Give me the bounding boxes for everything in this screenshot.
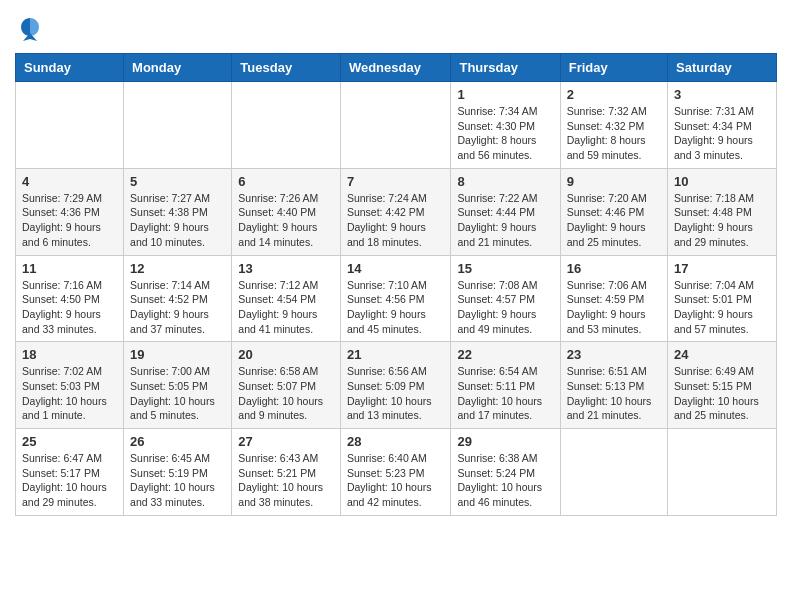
day-number: 20	[238, 347, 334, 362]
day-info: Sunrise: 7:22 AM Sunset: 4:44 PM Dayligh…	[457, 191, 553, 250]
day-info: Sunrise: 7:31 AM Sunset: 4:34 PM Dayligh…	[674, 104, 770, 163]
calendar-cell: 25Sunrise: 6:47 AM Sunset: 5:17 PM Dayli…	[16, 429, 124, 516]
day-number: 17	[674, 261, 770, 276]
calendar-cell	[124, 82, 232, 169]
day-number: 15	[457, 261, 553, 276]
day-info: Sunrise: 6:45 AM Sunset: 5:19 PM Dayligh…	[130, 451, 225, 510]
day-info: Sunrise: 7:10 AM Sunset: 4:56 PM Dayligh…	[347, 278, 445, 337]
calendar-cell: 11Sunrise: 7:16 AM Sunset: 4:50 PM Dayli…	[16, 255, 124, 342]
logo	[15, 15, 48, 45]
calendar-table: SundayMondayTuesdayWednesdayThursdayFrid…	[15, 53, 777, 516]
day-info: Sunrise: 7:14 AM Sunset: 4:52 PM Dayligh…	[130, 278, 225, 337]
day-number: 7	[347, 174, 445, 189]
day-of-week-header: Friday	[560, 54, 667, 82]
calendar-week-row: 18Sunrise: 7:02 AM Sunset: 5:03 PM Dayli…	[16, 342, 777, 429]
calendar-cell: 21Sunrise: 6:56 AM Sunset: 5:09 PM Dayli…	[340, 342, 451, 429]
calendar-cell	[232, 82, 341, 169]
calendar-cell: 13Sunrise: 7:12 AM Sunset: 4:54 PM Dayli…	[232, 255, 341, 342]
day-of-week-header: Monday	[124, 54, 232, 82]
calendar-cell	[340, 82, 451, 169]
page-header	[15, 10, 777, 45]
calendar-cell: 17Sunrise: 7:04 AM Sunset: 5:01 PM Dayli…	[668, 255, 777, 342]
day-number: 28	[347, 434, 445, 449]
day-info: Sunrise: 7:29 AM Sunset: 4:36 PM Dayligh…	[22, 191, 117, 250]
day-info: Sunrise: 6:56 AM Sunset: 5:09 PM Dayligh…	[347, 364, 445, 423]
day-number: 9	[567, 174, 661, 189]
calendar-cell: 2Sunrise: 7:32 AM Sunset: 4:32 PM Daylig…	[560, 82, 667, 169]
day-info: Sunrise: 7:18 AM Sunset: 4:48 PM Dayligh…	[674, 191, 770, 250]
day-number: 11	[22, 261, 117, 276]
day-info: Sunrise: 6:40 AM Sunset: 5:23 PM Dayligh…	[347, 451, 445, 510]
calendar-cell: 20Sunrise: 6:58 AM Sunset: 5:07 PM Dayli…	[232, 342, 341, 429]
day-number: 23	[567, 347, 661, 362]
day-info: Sunrise: 7:26 AM Sunset: 4:40 PM Dayligh…	[238, 191, 334, 250]
logo-icon	[15, 15, 45, 45]
day-info: Sunrise: 7:08 AM Sunset: 4:57 PM Dayligh…	[457, 278, 553, 337]
day-info: Sunrise: 6:47 AM Sunset: 5:17 PM Dayligh…	[22, 451, 117, 510]
day-number: 4	[22, 174, 117, 189]
calendar-week-row: 4Sunrise: 7:29 AM Sunset: 4:36 PM Daylig…	[16, 168, 777, 255]
day-info: Sunrise: 7:00 AM Sunset: 5:05 PM Dayligh…	[130, 364, 225, 423]
day-number: 18	[22, 347, 117, 362]
calendar-cell: 27Sunrise: 6:43 AM Sunset: 5:21 PM Dayli…	[232, 429, 341, 516]
calendar-cell: 3Sunrise: 7:31 AM Sunset: 4:34 PM Daylig…	[668, 82, 777, 169]
calendar-week-row: 11Sunrise: 7:16 AM Sunset: 4:50 PM Dayli…	[16, 255, 777, 342]
day-of-week-header: Wednesday	[340, 54, 451, 82]
day-number: 22	[457, 347, 553, 362]
day-number: 24	[674, 347, 770, 362]
calendar-cell: 16Sunrise: 7:06 AM Sunset: 4:59 PM Dayli…	[560, 255, 667, 342]
day-info: Sunrise: 7:04 AM Sunset: 5:01 PM Dayligh…	[674, 278, 770, 337]
calendar-cell: 29Sunrise: 6:38 AM Sunset: 5:24 PM Dayli…	[451, 429, 560, 516]
day-of-week-header: Tuesday	[232, 54, 341, 82]
calendar-cell: 26Sunrise: 6:45 AM Sunset: 5:19 PM Dayli…	[124, 429, 232, 516]
day-number: 16	[567, 261, 661, 276]
calendar-cell: 19Sunrise: 7:00 AM Sunset: 5:05 PM Dayli…	[124, 342, 232, 429]
day-number: 26	[130, 434, 225, 449]
day-info: Sunrise: 7:12 AM Sunset: 4:54 PM Dayligh…	[238, 278, 334, 337]
day-info: Sunrise: 6:58 AM Sunset: 5:07 PM Dayligh…	[238, 364, 334, 423]
day-of-week-header: Saturday	[668, 54, 777, 82]
day-of-week-header: Sunday	[16, 54, 124, 82]
day-info: Sunrise: 7:34 AM Sunset: 4:30 PM Dayligh…	[457, 104, 553, 163]
calendar-header-row: SundayMondayTuesdayWednesdayThursdayFrid…	[16, 54, 777, 82]
calendar-cell	[668, 429, 777, 516]
calendar-cell: 10Sunrise: 7:18 AM Sunset: 4:48 PM Dayli…	[668, 168, 777, 255]
calendar-cell: 24Sunrise: 6:49 AM Sunset: 5:15 PM Dayli…	[668, 342, 777, 429]
day-info: Sunrise: 6:54 AM Sunset: 5:11 PM Dayligh…	[457, 364, 553, 423]
day-info: Sunrise: 7:02 AM Sunset: 5:03 PM Dayligh…	[22, 364, 117, 423]
day-number: 8	[457, 174, 553, 189]
calendar-cell: 7Sunrise: 7:24 AM Sunset: 4:42 PM Daylig…	[340, 168, 451, 255]
calendar-week-row: 1Sunrise: 7:34 AM Sunset: 4:30 PM Daylig…	[16, 82, 777, 169]
day-info: Sunrise: 7:20 AM Sunset: 4:46 PM Dayligh…	[567, 191, 661, 250]
calendar-cell: 9Sunrise: 7:20 AM Sunset: 4:46 PM Daylig…	[560, 168, 667, 255]
day-number: 3	[674, 87, 770, 102]
calendar-cell: 8Sunrise: 7:22 AM Sunset: 4:44 PM Daylig…	[451, 168, 560, 255]
day-number: 27	[238, 434, 334, 449]
day-number: 13	[238, 261, 334, 276]
day-info: Sunrise: 7:27 AM Sunset: 4:38 PM Dayligh…	[130, 191, 225, 250]
day-info: Sunrise: 7:16 AM Sunset: 4:50 PM Dayligh…	[22, 278, 117, 337]
day-number: 10	[674, 174, 770, 189]
calendar-cell: 23Sunrise: 6:51 AM Sunset: 5:13 PM Dayli…	[560, 342, 667, 429]
day-number: 2	[567, 87, 661, 102]
day-number: 5	[130, 174, 225, 189]
day-info: Sunrise: 6:49 AM Sunset: 5:15 PM Dayligh…	[674, 364, 770, 423]
calendar-cell: 28Sunrise: 6:40 AM Sunset: 5:23 PM Dayli…	[340, 429, 451, 516]
day-number: 19	[130, 347, 225, 362]
day-info: Sunrise: 6:51 AM Sunset: 5:13 PM Dayligh…	[567, 364, 661, 423]
calendar-cell	[560, 429, 667, 516]
calendar-cell	[16, 82, 124, 169]
day-number: 12	[130, 261, 225, 276]
day-info: Sunrise: 6:38 AM Sunset: 5:24 PM Dayligh…	[457, 451, 553, 510]
day-info: Sunrise: 7:24 AM Sunset: 4:42 PM Dayligh…	[347, 191, 445, 250]
day-info: Sunrise: 7:32 AM Sunset: 4:32 PM Dayligh…	[567, 104, 661, 163]
calendar-cell: 5Sunrise: 7:27 AM Sunset: 4:38 PM Daylig…	[124, 168, 232, 255]
day-of-week-header: Thursday	[451, 54, 560, 82]
calendar-week-row: 25Sunrise: 6:47 AM Sunset: 5:17 PM Dayli…	[16, 429, 777, 516]
calendar-cell: 12Sunrise: 7:14 AM Sunset: 4:52 PM Dayli…	[124, 255, 232, 342]
day-number: 1	[457, 87, 553, 102]
day-info: Sunrise: 6:43 AM Sunset: 5:21 PM Dayligh…	[238, 451, 334, 510]
calendar-cell: 14Sunrise: 7:10 AM Sunset: 4:56 PM Dayli…	[340, 255, 451, 342]
calendar-cell: 6Sunrise: 7:26 AM Sunset: 4:40 PM Daylig…	[232, 168, 341, 255]
day-number: 25	[22, 434, 117, 449]
